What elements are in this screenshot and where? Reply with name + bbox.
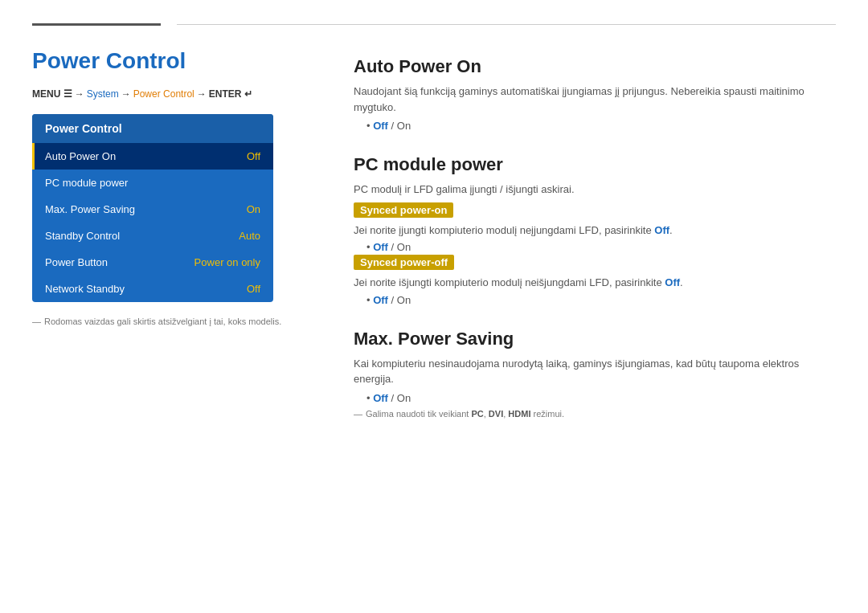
breadcrumb: MENU ☰ → System → Power Control → ENTER …	[32, 88, 321, 100]
top-bar-line-right	[177, 24, 836, 25]
menu-item-label-5: Network Standby	[45, 283, 125, 295]
subsection-label-1-0: Synced power-on	[354, 202, 453, 218]
off-label: Off	[373, 294, 388, 306]
footnote-content: Galima naudoti tik veikiant PC, DVI, HDM…	[366, 409, 564, 419]
menu-item-label-2: Max. Power Saving	[45, 203, 135, 215]
section-title-max-power-saving: Max. Power Saving	[354, 329, 836, 349]
breadcrumb-system: System	[87, 88, 119, 100]
menu-item-1[interactable]: PC module power	[32, 170, 273, 196]
section-footnote-max-power-saving: — Galima naudoti tik veikiant PC, DVI, H…	[354, 409, 836, 419]
breadcrumb-menu: MENU ☰	[32, 88, 72, 100]
section-bullet-auto-power-on: • Off / On	[366, 120, 836, 132]
breadcrumb-power: Power Control	[133, 88, 194, 100]
section-max-power-saving: Max. Power SavingKai kompiuteriu nesinau…	[354, 329, 836, 419]
breadcrumb-enter: ENTER ↵	[209, 88, 252, 100]
top-bar-line-left	[32, 23, 161, 26]
menu-item-3[interactable]: Standby ControlAuto	[32, 223, 273, 249]
section-title-pc-module-power: PC module power	[354, 154, 836, 175]
subsection-label-1-1: Synced power-off	[354, 255, 454, 270]
section-bullet-max-power-saving: • Off / On	[366, 392, 836, 404]
off-highlight: Off	[654, 224, 669, 236]
left-footnote: — Rodomas vaizdas gali skirtis atsižvelg…	[32, 317, 321, 326]
menu-item-0[interactable]: Auto Power OnOff	[32, 143, 273, 170]
format-label: DVI	[489, 409, 503, 419]
menu-box-header: Power Control	[32, 114, 273, 143]
menu-item-5[interactable]: Network StandbyOff	[32, 276, 273, 302]
left-panel: Power Control MENU ☰ → System → Power Co…	[32, 48, 321, 441]
menu-box: Power Control Auto Power OnOffPC module …	[32, 114, 273, 302]
page-title: Power Control	[32, 48, 321, 74]
menu-items-container: Auto Power OnOffPC module powerMax. Powe…	[32, 143, 273, 302]
menu-item-2[interactable]: Max. Power SavingOn	[32, 196, 273, 223]
on-label: On	[397, 392, 411, 404]
menu-item-value-4: Power on only	[194, 256, 260, 268]
section-desc-pc-module-power: PC modulį ir LFD galima įjungti / išjung…	[354, 182, 836, 198]
breadcrumb-arrow3: →	[197, 88, 207, 100]
off-label: Off	[373, 120, 388, 132]
menu-item-label-0: Auto Power On	[45, 150, 116, 162]
menu-item-label-4: Power Button	[45, 256, 108, 268]
section-auto-power-on: Auto Power OnNaudojant šią funkciją gami…	[354, 56, 836, 132]
off-label: Off	[373, 392, 388, 404]
section-desc-max-power-saving: Kai kompiuteriu nesinaudojama nurodytą l…	[354, 356, 836, 387]
section-pc-module-power: PC module powerPC modulį ir LFD galima į…	[354, 154, 836, 306]
section-title-auto-power-on: Auto Power On	[354, 56, 836, 77]
menu-item-value-2: On	[247, 203, 260, 215]
off-highlight: Off	[665, 276, 680, 288]
off-label: Off	[373, 241, 388, 253]
right-panel: Auto Power OnNaudojant šią funkciją gami…	[354, 48, 836, 441]
format-label: PC	[471, 409, 483, 419]
subsection-desc-1-1: Jei norite išjungti kompiuterio modulį n…	[354, 275, 836, 291]
menu-item-value-0: Off	[247, 150, 260, 162]
subsection-bullet-1-0: • Off / On	[366, 241, 836, 253]
breadcrumb-arrow1: →	[75, 88, 84, 100]
on-label: On	[397, 241, 411, 253]
section-desc-auto-power-on: Naudojant šią funkciją gaminys automatiš…	[354, 84, 836, 115]
breadcrumb-arrow2: →	[121, 88, 131, 100]
footnote-text: Rodomas vaizdas gali skirtis atsižvelgia…	[44, 317, 281, 326]
on-label: On	[397, 120, 411, 132]
menu-item-value-3: Auto	[239, 230, 260, 242]
menu-item-value-5: Off	[247, 283, 260, 295]
right-sections-container: Auto Power OnNaudojant šią funkciją gami…	[354, 56, 836, 419]
footnote-dash: —	[354, 409, 362, 419]
menu-item-4[interactable]: Power ButtonPower on only	[32, 249, 273, 276]
menu-item-label-3: Standby Control	[45, 230, 120, 242]
subsection-desc-1-0: Jei norite įjungti kompiuterio modulį ne…	[354, 223, 836, 239]
format-label: HDMI	[508, 409, 530, 419]
subsection-bullet-1-1: • Off / On	[366, 294, 836, 306]
top-bar	[0, 0, 868, 48]
footnote-dash: —	[32, 317, 41, 326]
menu-item-label-1: PC module power	[45, 177, 128, 189]
main-content: Power Control MENU ☰ → System → Power Co…	[0, 48, 868, 441]
on-label: On	[397, 294, 411, 306]
